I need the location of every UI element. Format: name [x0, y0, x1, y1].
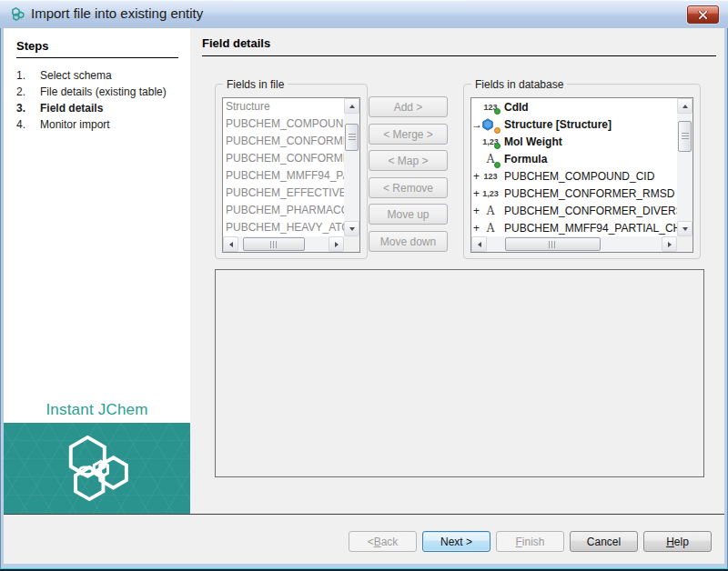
steps-heading: Steps	[16, 39, 48, 53]
steps-heading-rule	[16, 57, 178, 58]
db-field-item[interactable]: A Formula	[471, 150, 677, 167]
vertical-scroll-thumb[interactable]	[345, 124, 359, 151]
close-button[interactable]	[687, 5, 719, 24]
decimal-field-icon: 1,23	[481, 137, 500, 146]
integer-field-icon: 123	[481, 172, 500, 181]
horizontal-scroll-thumb[interactable]	[505, 237, 601, 251]
thumb-grip	[682, 133, 689, 140]
file-list-horizontal-scrollbar[interactable]	[223, 236, 344, 252]
field-details-panel: Field details Fields in file Structure P…	[190, 28, 724, 514]
arrow-up-icon	[682, 105, 688, 108]
brand-text: Instant JChem	[4, 401, 190, 419]
back-button: < Back	[349, 531, 417, 552]
indexed-badge-icon	[494, 108, 500, 115]
arrow-down-icon	[349, 227, 355, 231]
wizard-buttons: < Back Next > Finish Cancel Help	[349, 531, 712, 552]
db-field-item[interactable]: + A PUBCHEM_MMFF94_PARTIAL_CHA	[471, 219, 677, 236]
title-bar[interactable]: Import file into existing entity	[0, 0, 728, 28]
file-field-item: PUBCHEM_PHARMACOP	[223, 202, 344, 219]
text-field-icon: A	[481, 205, 500, 217]
scroll-up-button[interactable]	[677, 98, 693, 114]
window-title: Import file into existing entity	[31, 5, 203, 21]
scrollbar-corner	[677, 236, 693, 252]
fields-in-database-list[interactable]: 123 CdId → Structure [Structure]	[470, 97, 693, 253]
scroll-up-button[interactable]	[344, 98, 359, 114]
db-field-item[interactable]: 123 CdId	[471, 98, 677, 115]
warning-badge-icon	[494, 127, 500, 134]
page-title-rule	[202, 55, 716, 56]
scroll-right-button[interactable]	[329, 236, 344, 252]
remove-button: < Remove	[369, 177, 448, 198]
thumb-grip	[270, 241, 278, 248]
new-field-plus-icon: +	[471, 170, 481, 183]
indexed-badge-icon	[494, 143, 500, 149]
step-item-file-details: 2. File details (existing table)	[16, 85, 177, 99]
fields-in-database-rows: 123 CdId → Structure [Structure]	[471, 98, 677, 236]
text-field-icon: A	[481, 153, 500, 165]
file-field-item: PUBCHEM_HEAVY_ATOI	[223, 219, 344, 236]
help-button[interactable]: Help	[643, 531, 712, 552]
vertical-scroll-thumb[interactable]	[678, 121, 692, 152]
arrow-down-icon	[682, 227, 688, 231]
fields-in-file-group: Fields in file Structure PUBCHEM_COMPOUN…	[215, 84, 368, 259]
arrow-right-icon	[668, 242, 672, 247]
file-field-item: PUBCHEM_MMFF94_PAI	[223, 167, 344, 185]
finish-button: Finish	[496, 531, 564, 552]
move-up-button: Move up	[369, 204, 448, 225]
db-field-item[interactable]: + 123 PUBCHEM_COMPOUND_CID	[471, 167, 677, 185]
text-field-icon: A	[481, 222, 500, 235]
brand-banner	[4, 423, 190, 514]
field-mapping-detail-panel	[215, 269, 704, 477]
move-down-button: Move down	[369, 231, 448, 252]
scroll-down-button[interactable]	[677, 221, 693, 236]
footer-bar: < Back Next > Finish Cancel Help	[4, 514, 724, 564]
scroll-right-button[interactable]	[662, 236, 677, 252]
fields-in-file-rows: Structure PUBCHEM_COMPOUND_ PUBCHEM_CONF…	[223, 98, 344, 236]
step-item-select-schema: 1. Select schema	[16, 68, 177, 83]
arrow-up-icon	[349, 105, 355, 108]
db-list-horizontal-scrollbar[interactable]	[471, 236, 677, 252]
brand-hexagon-logo	[57, 434, 137, 503]
cancel-button[interactable]: Cancel	[570, 531, 638, 552]
map-button: < Map >	[369, 150, 448, 171]
fields-in-file-list[interactable]: Structure PUBCHEM_COMPOUND_ PUBCHEM_CONF…	[222, 97, 360, 253]
file-field-item: PUBCHEM_EFFECTIVE_I	[223, 185, 344, 202]
import-wizard-dialog: Import file into existing entity Steps 1…	[0, 0, 728, 571]
fields-in-database-label: Fields in database	[471, 78, 567, 91]
steps-sidebar: Steps 1. Select schema 2. File details (…	[4, 28, 190, 514]
merge-button: < Merge >	[369, 124, 448, 145]
fields-in-file-label: Fields in file	[223, 78, 288, 91]
horizontal-scroll-thumb[interactable]	[243, 237, 305, 251]
db-field-item[interactable]: + 1,23 PUBCHEM_CONFORMER_RMSD	[471, 185, 677, 202]
db-field-item[interactable]: 1,23 Mol Weight	[471, 133, 677, 150]
file-field-item: PUBCHEM_CONFORMER	[223, 150, 344, 167]
scroll-left-button[interactable]	[471, 236, 487, 252]
page-title: Field details	[202, 36, 270, 50]
file-field-item: PUBCHEM_COMPOUND_	[223, 115, 344, 133]
arrow-left-icon	[478, 242, 481, 247]
add-button: Add >	[369, 96, 448, 117]
next-button[interactable]: Next >	[422, 531, 490, 552]
indexed-badge-icon	[494, 162, 500, 168]
structure-field-icon	[481, 118, 500, 131]
close-icon	[698, 11, 708, 19]
new-field-plus-icon: +	[471, 205, 481, 217]
db-field-item[interactable]: → Structure [Structure]	[471, 115, 677, 133]
scroll-left-button[interactable]	[223, 236, 238, 252]
file-field-item: PUBCHEM_CONFORMER	[223, 133, 344, 150]
thumb-grip	[349, 134, 356, 141]
step-item-field-details-current: 3. Field details	[16, 101, 177, 115]
arrow-right-icon	[335, 242, 339, 247]
db-list-vertical-scrollbar[interactable]	[677, 98, 693, 236]
arrow-left-icon	[229, 242, 233, 247]
scrollbar-corner	[344, 236, 359, 252]
dialog-content: Steps 1. Select schema 2. File details (…	[4, 28, 724, 564]
new-field-plus-icon: +	[471, 187, 481, 200]
file-field-item: Structure	[223, 98, 344, 115]
db-field-item[interactable]: + A PUBCHEM_CONFORMER_DIVERSEO	[471, 202, 677, 219]
file-list-vertical-scrollbar[interactable]	[344, 98, 359, 236]
decimal-field-icon: 1,23	[481, 189, 500, 198]
fields-in-database-group: Fields in database 123 CdId →	[463, 84, 701, 259]
scroll-down-button[interactable]	[344, 221, 359, 236]
mapping-arrow-icon: →	[471, 118, 481, 131]
